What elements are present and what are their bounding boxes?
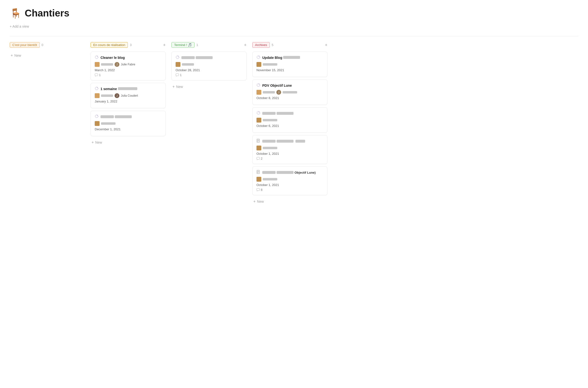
list-item[interactable]: October 1, 2021 2 <box>252 135 328 164</box>
card-title <box>257 111 323 116</box>
avatar <box>95 93 99 98</box>
card-type-icon <box>257 111 260 116</box>
card-meta: JJulie Fabre <box>95 62 162 67</box>
comment-icon <box>176 73 179 77</box>
list-item[interactable]: PDV Objectif LuneJOctober 8, 2021 <box>252 79 328 105</box>
list-item[interactable]: Cleaner le blogJJulie FabreMarch 1, 2022… <box>91 51 166 80</box>
card-title: Cleaner le blog <box>95 55 162 60</box>
card-title-blurred <box>181 56 213 59</box>
blurred-meta <box>263 178 277 180</box>
plus-icon: + <box>92 141 94 144</box>
column-label-encours: En cours de réalisation <box>91 42 128 48</box>
card-meta <box>257 177 323 182</box>
comment-icon <box>257 188 260 192</box>
add-view-button[interactable]: + Add a view <box>10 24 578 29</box>
blurred-title-part <box>277 140 294 143</box>
blurred-title-part <box>262 171 276 174</box>
column-label-termine: Terminé ! 🎵 <box>171 42 194 48</box>
column-add-btn-archives[interactable]: + <box>325 43 328 47</box>
card-type-icon <box>257 170 260 175</box>
column-bientot: C'est pour bientôt0+New <box>10 42 85 59</box>
card-title: PDV Objectif Lune <box>257 83 323 88</box>
list-item[interactable]: December 1, 2021 <box>91 111 166 136</box>
column-header-archives: Archives5+ <box>252 42 328 48</box>
card-meta <box>176 62 242 67</box>
new-item-button-termine[interactable]: +New <box>171 83 247 91</box>
avatar <box>257 62 261 67</box>
svg-point-9 <box>257 84 260 86</box>
card-date: October 1, 2021 <box>257 183 323 187</box>
column-header-termine: Terminé ! 🎵1+ <box>171 42 247 48</box>
blurred-title-suffix <box>283 56 300 59</box>
blurred-meta <box>101 95 113 97</box>
new-item-button-encours[interactable]: +New <box>91 139 166 146</box>
card-type-icon <box>257 55 260 60</box>
avatar <box>257 90 261 95</box>
list-item[interactable]: Objectif Lune)October 1, 2021 8 <box>252 166 328 195</box>
column-count-bientot: 0 <box>42 43 43 47</box>
svg-rect-10 <box>257 91 260 94</box>
new-item-button-bientot[interactable]: +New <box>10 51 85 59</box>
list-item[interactable]: October 28, 2021 1 <box>171 51 247 80</box>
blurred-title-part <box>100 115 114 118</box>
svg-rect-7 <box>176 74 179 76</box>
new-item-button-archives[interactable]: +New <box>252 198 328 205</box>
list-item[interactable]: 1 semaine JJulia CoudertJanuary 1, 2022 <box>91 83 166 108</box>
comment-icon <box>95 73 98 77</box>
card-date: October 1, 2021 <box>257 152 323 155</box>
avatar: J <box>276 90 281 95</box>
plus-icon: + <box>11 53 13 57</box>
card-title-text: 1 semaine <box>100 87 137 91</box>
board: C'est pour bientôt0+NewEn cours de réali… <box>10 42 578 205</box>
blurred-title-part <box>295 140 305 143</box>
blurred-meta <box>263 119 277 121</box>
list-item[interactable]: Update BlogNovember 15, 2021 <box>252 51 328 77</box>
list-item[interactable]: October 6, 2021 <box>252 107 328 133</box>
blurred-title-part <box>277 112 294 115</box>
card-date: December 1, 2021 <box>95 127 162 131</box>
svg-point-0 <box>95 56 98 59</box>
card-comments: 1 <box>176 73 242 77</box>
blurred-title-part <box>196 56 213 59</box>
card-type-icon <box>95 114 98 119</box>
card-title-blurred <box>262 112 294 115</box>
column-termine: Terminé ! 🎵1+October 28, 2021 1 +New <box>171 42 247 91</box>
card-title <box>95 114 162 119</box>
svg-rect-21 <box>257 188 259 191</box>
column-add-btn-encours[interactable]: + <box>163 43 166 47</box>
card-title-text: Update Blog <box>262 56 300 60</box>
column-add-btn-termine[interactable]: + <box>244 43 247 47</box>
plus-icon: + <box>172 85 175 89</box>
comment-count: 1 <box>180 73 182 77</box>
card-title-blurred <box>100 115 132 118</box>
svg-point-5 <box>95 115 98 118</box>
avatar <box>257 177 261 182</box>
avatar <box>95 62 99 67</box>
column-archives: Archives5+Update BlogNovember 15, 2021PD… <box>252 42 328 205</box>
column-label-archives: Archives <box>252 42 270 48</box>
blurred-title-part <box>262 112 276 115</box>
card-title-blurred: Objectif Lune) <box>262 171 316 174</box>
card-date: October 28, 2021 <box>176 68 242 72</box>
card-date: November 15, 2021 <box>257 68 323 72</box>
card-title: 1 semaine <box>95 86 162 91</box>
card-title-text: PDV Objectif Lune <box>262 84 292 87</box>
new-label: New <box>95 141 102 144</box>
new-label: New <box>14 53 21 57</box>
svg-point-8 <box>257 56 260 59</box>
svg-rect-4 <box>95 94 99 97</box>
new-label: New <box>176 85 183 89</box>
blurred-meta <box>263 63 277 66</box>
card-title-blurred <box>262 139 305 143</box>
comment-count: 8 <box>261 188 262 192</box>
avatar <box>95 121 99 126</box>
card-title: Update Blog <box>257 55 323 60</box>
svg-rect-1 <box>95 63 99 66</box>
card-meta <box>257 62 323 67</box>
avatar: J <box>115 93 119 98</box>
svg-rect-2 <box>95 74 98 76</box>
comment-icon <box>257 157 260 160</box>
avatar: J <box>115 62 119 67</box>
card-date: October 8, 2021 <box>257 96 323 100</box>
card-type-icon <box>257 139 260 144</box>
